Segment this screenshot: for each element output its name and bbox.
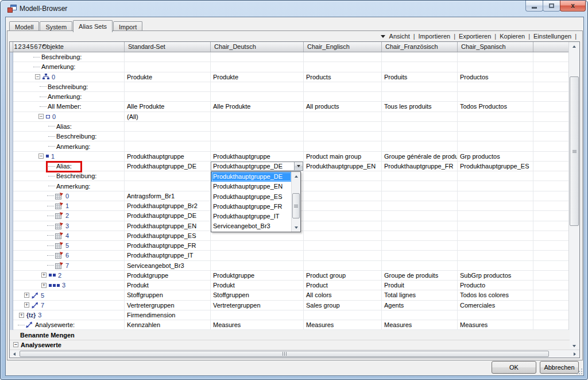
cell[interactable]: Produkte xyxy=(211,72,304,82)
table-row[interactable]: Anmerkung: xyxy=(10,141,570,151)
cell[interactable] xyxy=(458,231,533,240)
cell[interactable] xyxy=(304,122,382,131)
cell[interactable]: Groupe de produits xyxy=(382,271,458,280)
cell[interactable] xyxy=(458,211,533,220)
cell[interactable]: Produkthauptgruppe_DE xyxy=(211,162,304,171)
tab-alias-sets[interactable]: Alias Sets xyxy=(73,20,113,32)
toolbar-item-kopieren[interactable]: Kopieren xyxy=(498,33,526,40)
cell[interactable] xyxy=(125,52,211,62)
column-header-chair_deutsch[interactable]: Chair_Deutsch xyxy=(211,42,304,52)
column-header-chair_französisch[interactable]: Chair_Französisch xyxy=(382,42,458,52)
cell[interactable] xyxy=(304,92,382,101)
cell[interactable] xyxy=(304,211,382,220)
cell[interactable]: Produkte xyxy=(125,72,211,82)
minimize-button[interactable] xyxy=(525,1,543,11)
cell[interactable]: Product group xyxy=(304,271,382,280)
cell[interactable]: Agents xyxy=(382,301,458,310)
close-button[interactable]: x xyxy=(560,1,586,11)
horizontal-scrollbar[interactable] xyxy=(10,350,579,358)
cell[interactable] xyxy=(458,171,533,181)
cell[interactable] xyxy=(382,201,458,210)
cell[interactable]: Measures xyxy=(211,320,304,329)
cell[interactable] xyxy=(211,92,304,101)
cell[interactable] xyxy=(382,241,458,250)
scroll-up-button[interactable] xyxy=(292,172,300,181)
cell[interactable] xyxy=(211,82,304,91)
cell[interactable] xyxy=(304,171,382,181)
cell[interactable]: Produkthauptgruppe xyxy=(125,152,211,161)
scroll-right-button[interactable] xyxy=(570,350,579,358)
scroll-up-button[interactable] xyxy=(569,42,579,51)
cell[interactable]: All colors xyxy=(304,290,382,300)
table-row[interactable]: All Member:Alle ProdukteAlle ProdukteAll… xyxy=(10,102,570,112)
cell[interactable] xyxy=(382,82,458,91)
cell[interactable] xyxy=(211,231,304,240)
table-row[interactable]: Beschreibung: xyxy=(10,132,570,141)
table-row[interactable]: +5StoffgruppenStoffgruppenAll colorsTota… xyxy=(10,290,570,300)
cell[interactable]: All products xyxy=(304,102,382,111)
table-row[interactable]: 6Produkthauptgruppe_IT xyxy=(10,251,570,260)
titlebar[interactable]: Modell-Browser x xyxy=(1,1,587,17)
tree-expander[interactable]: − xyxy=(35,74,40,79)
cell[interactable]: Stoffgruppen xyxy=(211,290,304,300)
cell[interactable]: Producto xyxy=(458,281,533,290)
table-row[interactable]: 4Produkthauptgruppe_ES xyxy=(10,231,570,241)
cell[interactable]: Tous les produits xyxy=(382,102,458,111)
cell[interactable]: Produkthauptgruppe_EN xyxy=(304,162,382,171)
cell[interactable] xyxy=(382,62,458,71)
dropdown-option[interactable]: Produkthauptgruppe_ES xyxy=(211,192,292,202)
tree-expander[interactable]: − xyxy=(38,153,44,159)
vertical-scroll-thumb[interactable] xyxy=(570,76,579,226)
cell[interactable]: Produktgruppe xyxy=(211,271,304,280)
cell[interactable] xyxy=(382,191,458,201)
cell[interactable] xyxy=(211,122,304,131)
cell[interactable] xyxy=(382,231,458,240)
cell[interactable]: Productos xyxy=(458,72,533,82)
cell[interactable] xyxy=(304,112,382,121)
cell[interactable]: Comerciales xyxy=(458,301,533,310)
cell[interactable] xyxy=(458,201,533,210)
maximize-button[interactable] xyxy=(543,1,560,11)
dropdown-scroll-thumb[interactable] xyxy=(292,193,300,218)
cell[interactable]: Todos los colores xyxy=(458,290,533,300)
table-row[interactable]: Anmerkung: xyxy=(10,62,570,72)
cell[interactable] xyxy=(125,171,211,181)
column-header-chair_spanisch[interactable]: Chair_Spanisch xyxy=(458,42,533,52)
cell[interactable] xyxy=(211,310,304,320)
cell[interactable] xyxy=(458,310,533,320)
cell[interactable] xyxy=(382,261,458,270)
cell[interactable]: Total lignes xyxy=(382,290,458,300)
cell[interactable] xyxy=(458,251,533,260)
alias-combobox[interactable]: Produkthauptgruppe_DE xyxy=(211,162,303,171)
cell[interactable] xyxy=(458,132,533,141)
column-header-standard-set[interactable]: Standard-Set xyxy=(125,42,211,52)
toolbar-item-ansicht[interactable]: Ansicht xyxy=(388,33,411,40)
dropdown-scrollbar[interactable] xyxy=(291,172,300,232)
combobox-dropdown-button[interactable] xyxy=(294,162,303,170)
column-header-objekte[interactable]: 1234567*Objekte xyxy=(13,42,125,52)
cell[interactable]: Produkthauptgruppe_ES xyxy=(458,162,533,171)
cell[interactable] xyxy=(458,82,533,91)
cell[interactable] xyxy=(382,52,458,62)
cell[interactable] xyxy=(458,221,533,231)
horizontal-scroll-thumb[interactable] xyxy=(20,351,549,357)
vertical-scrollbar[interactable] xyxy=(568,42,579,351)
cell[interactable] xyxy=(382,112,458,121)
cell[interactable] xyxy=(458,191,533,201)
cell[interactable] xyxy=(304,241,382,250)
cell[interactable] xyxy=(211,112,304,121)
cell[interactable]: Produkt xyxy=(125,281,211,290)
cell[interactable] xyxy=(125,92,211,101)
cell[interactable]: Produkthauptgruppe_FR xyxy=(382,162,458,171)
scroll-down-button[interactable] xyxy=(292,223,300,232)
cell[interactable]: Todos Productos xyxy=(458,102,533,111)
cell[interactable]: Produkthauptgruppe_Br2 xyxy=(125,201,211,210)
cell[interactable]: Vertretergruppen xyxy=(125,301,211,310)
cell[interactable]: Measures xyxy=(458,320,533,329)
tree-expander[interactable]: + xyxy=(41,283,47,288)
tree-expander[interactable]: − xyxy=(38,114,44,119)
cell[interactable]: Stoffgruppen xyxy=(125,290,211,300)
cell[interactable] xyxy=(211,132,304,141)
cell[interactable]: Measures xyxy=(304,320,382,329)
cell[interactable]: (All) xyxy=(125,112,211,121)
